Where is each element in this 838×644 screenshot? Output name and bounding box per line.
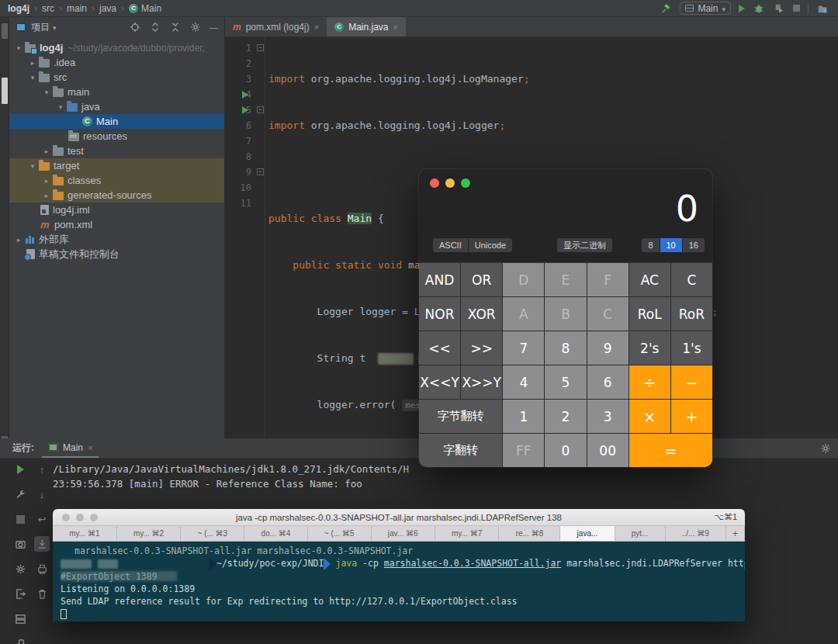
key-5[interactable]: 5	[545, 365, 586, 399]
fold-region-icon[interactable]	[257, 44, 264, 51]
tree-item-idea[interactable]: .idea	[9, 55, 224, 70]
key-shift-right[interactable]: >>	[461, 331, 502, 365]
terminal-tab[interactable]: ~ (... ⌘3	[181, 526, 244, 541]
key-4[interactable]: 4	[503, 365, 544, 399]
tree-item-log4j-iml[interactable]: log4j.iml	[9, 203, 224, 217]
pin-icon[interactable]	[12, 635, 28, 644]
run-button[interactable]	[739, 5, 745, 12]
tree-item-test[interactable]: test	[9, 144, 224, 158]
expand-all-icon[interactable]	[149, 21, 161, 33]
tool-window-stripe-button[interactable]	[2, 23, 8, 39]
breadcrumb-item[interactable]: Main	[141, 3, 161, 14]
chevron-down-icon[interactable]	[12, 44, 25, 52]
terminal-tab[interactable]: re... ⌘8	[499, 526, 560, 541]
stop-button[interactable]	[12, 511, 28, 527]
settings-gear-icon[interactable]	[189, 21, 202, 33]
key-minus[interactable]: −	[671, 365, 712, 399]
hide-panel-icon[interactable]	[210, 22, 218, 33]
print-icon[interactable]	[34, 561, 50, 576]
key-0[interactable]: 0	[545, 434, 586, 467]
close-icon[interactable]	[88, 442, 92, 453]
collapse-all-icon[interactable]	[169, 21, 182, 33]
run-console-output[interactable]: /Library/Java/JavaVirtualMachines/jdk1.8…	[53, 462, 409, 491]
tree-item-external-libraries[interactable]: 外部库	[9, 232, 224, 247]
terminal-tab[interactable]: jav... ⌘6	[372, 526, 435, 541]
settings-gear-icon[interactable]	[819, 442, 832, 455]
fold-region-icon[interactable]	[257, 168, 264, 175]
chevron-right-icon[interactable]	[26, 59, 39, 67]
terminal-tab[interactable]: ../... ⌘9	[666, 526, 726, 541]
profiler-camera-icon[interactable]	[12, 536, 28, 552]
key-ror[interactable]: RoR	[671, 297, 712, 331]
run-with-coverage-icon[interactable]	[773, 2, 785, 15]
chevron-down-icon[interactable]	[53, 22, 57, 33]
tree-item-target[interactable]: target	[9, 158, 224, 173]
base-10-button[interactable]: 10	[660, 238, 682, 252]
key-or[interactable]: OR	[461, 263, 502, 296]
key-9[interactable]: 9	[587, 331, 628, 365]
terminal-tab[interactable]: my... ⌘1	[53, 526, 117, 541]
locate-file-icon[interactable]	[129, 21, 141, 33]
key-x-shift-left-y[interactable]: X<<Y	[419, 365, 460, 399]
key-x-shift-right-y[interactable]: X>>Y	[461, 365, 502, 399]
chevron-down-icon[interactable]	[26, 74, 39, 81]
key-ones-complement[interactable]: 1's	[671, 331, 712, 365]
terminal-tab[interactable]: my... ⌘7	[435, 526, 500, 541]
tree-item-src[interactable]: src	[9, 70, 224, 85]
minimize-traffic-light[interactable]	[445, 178, 455, 188]
fold-region-icon[interactable]	[257, 106, 264, 113]
key-nor[interactable]: NOR	[419, 297, 460, 331]
key-1[interactable]: 1	[503, 400, 544, 433]
tab-main-java[interactable]: Main.java	[327, 17, 406, 36]
exit-icon[interactable]	[12, 586, 28, 601]
key-6[interactable]: 6	[587, 365, 628, 399]
key-twos-complement[interactable]: 2's	[629, 331, 670, 365]
key-d[interactable]: D	[503, 263, 544, 296]
close-icon[interactable]	[314, 22, 319, 33]
chevron-right-icon[interactable]	[40, 177, 53, 185]
key-c[interactable]: C	[671, 263, 712, 296]
tree-item-pom-xml[interactable]: m pom.xml	[9, 217, 224, 232]
key-and[interactable]: AND	[419, 263, 460, 296]
key-8[interactable]: 8	[545, 331, 586, 365]
new-tab-button[interactable]: +	[726, 526, 745, 541]
breadcrumb-item[interactable]: main	[67, 3, 87, 14]
terminal-tab[interactable]: pyt...	[615, 526, 666, 541]
key-multiply[interactable]: ×	[629, 400, 670, 433]
project-window-icon[interactable]	[816, 2, 829, 15]
zoom-traffic-light[interactable]	[461, 178, 470, 188]
ascii-button[interactable]: ASCII	[433, 238, 468, 252]
build-settings-icon[interactable]	[12, 561, 28, 576]
tree-item-generated-sources[interactable]: generated-sources	[9, 188, 224, 203]
chevron-down-icon[interactable]	[26, 162, 39, 170]
tree-item-classes[interactable]: classes	[9, 173, 224, 188]
key-ff[interactable]: FF	[503, 434, 544, 467]
rerun-button[interactable]	[12, 462, 28, 477]
run-class-gutter-icon[interactable]	[242, 91, 248, 99]
stop-button[interactable]	[793, 5, 800, 12]
chevron-right-icon[interactable]	[12, 236, 25, 244]
run-configuration-select[interactable]: Main	[680, 2, 731, 15]
show-binary-button[interactable]: 显示二进制	[557, 238, 612, 252]
key-2[interactable]: 2	[545, 400, 586, 433]
terminal-tab[interactable]: my... ⌘2	[117, 526, 182, 541]
edit-configuration-wrench-icon[interactable]	[12, 486, 28, 502]
run-tab-main[interactable]: Main	[42, 438, 99, 458]
breadcrumb-item[interactable]: src	[42, 3, 54, 14]
terminal-output[interactable]: marshalsec-0.0.3-SNAPSHOT-all.jar marsha…	[53, 542, 745, 621]
soft-wrap-icon[interactable]: ↩	[34, 511, 50, 527]
debug-bug-icon[interactable]	[753, 2, 765, 15]
key-b[interactable]: B	[545, 297, 586, 331]
key-a[interactable]: A	[503, 297, 544, 331]
key-3[interactable]: 3	[587, 400, 628, 433]
build-hammer-icon[interactable]	[660, 2, 672, 15]
key-xor[interactable]: XOR	[461, 297, 502, 331]
run-main-gutter-icon[interactable]	[242, 106, 248, 114]
terminal-tab-active[interactable]: java...	[560, 526, 615, 541]
layout-icon[interactable]	[12, 611, 28, 626]
terminal-window[interactable]: java -cp marshalsec-0.0.3-SNAPSHOT-all.j…	[53, 509, 745, 621]
key-ac[interactable]: AC	[629, 263, 670, 296]
key-hex-c[interactable]: C	[587, 297, 628, 331]
key-byte-flip[interactable]: 字节翻转	[419, 400, 502, 433]
key-e[interactable]: E	[545, 263, 586, 296]
